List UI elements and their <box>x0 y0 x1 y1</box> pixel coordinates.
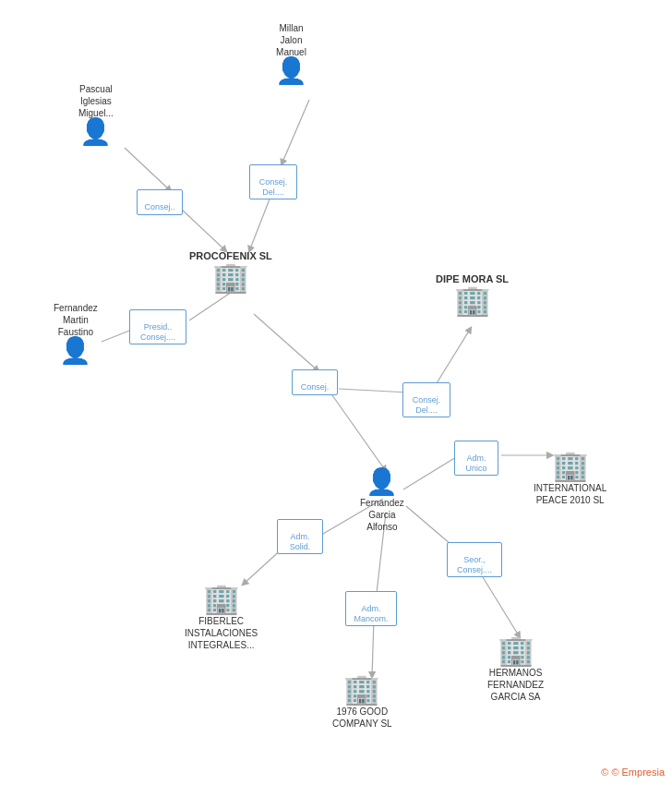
svg-line-3 <box>181 209 226 251</box>
node-dipe-mora: DIPE MORA SL 🏢 <box>436 271 509 315</box>
node-international-peace: 🏢 INTERNATIONAL PEACE 2010 SL <box>534 451 606 506</box>
label-fernandez-martin: Fernandez Martin Faustino <box>54 302 98 338</box>
watermark-text: © Empresia <box>611 767 665 778</box>
icon-procofenix: 🏢 <box>212 262 249 292</box>
svg-line-9 <box>437 328 471 383</box>
icon-fiberlec: 🏢 <box>203 584 240 613</box>
label-millan: Millan Jalon Manuel <box>276 22 306 58</box>
icon-fernandez-garcia: 👤 <box>366 469 398 495</box>
node-procofenix: PROCOFENIX SL 🏢 <box>189 248 272 292</box>
label-fiberlec: FIBERLEC INSTALACIONES INTEGRALES... <box>185 615 258 651</box>
box-adm-unico: Adm. Unico <box>454 441 498 476</box>
icon-dipe-mora: 🏢 <box>454 285 491 315</box>
icon-pascual: 👤 <box>79 119 112 145</box>
box-consej-center: Consej. <box>292 369 338 395</box>
label-pascual: Pascual Iglesias Miguel... <box>78 83 114 119</box>
label-fernandez-garcia: Fernandez Garcia Alfonso <box>360 497 404 533</box>
label-international-peace: INTERNATIONAL PEACE 2010 SL <box>534 482 606 506</box>
label-hermanos: HERMANOS FERNANDEZ GARCIA SA <box>487 667 544 703</box>
icon-international-peace: 🏢 <box>552 451 589 480</box>
node-millan: Millan Jalon Manuel 👤 <box>275 20 307 84</box>
svg-line-7 <box>328 389 386 471</box>
box-consej-del-millan: Consej. Del.... <box>249 164 297 199</box>
box-presid-consej: Presid.. Consej.... <box>129 309 186 344</box>
icon-good-company: 🏢 <box>343 674 380 704</box>
icon-millan: 👤 <box>275 58 307 84</box>
watermark-icon: © <box>601 767 608 778</box>
watermark: © © Empresia <box>601 767 665 778</box>
icon-fernandez-martin: 👤 <box>59 338 91 364</box>
svg-line-8 <box>339 389 409 392</box>
svg-line-6 <box>254 314 318 371</box>
node-fernandez-martin: Fernandez Martin Faustino 👤 <box>54 300 98 364</box>
svg-line-11 <box>403 454 461 489</box>
svg-line-1 <box>249 192 272 251</box>
label-good-company: 1976 GOOD COMPANY SL <box>332 706 392 730</box>
icon-hermanos: 🏢 <box>498 635 534 665</box>
box-adm-solid: Adm. Solid. <box>277 519 323 554</box>
svg-line-0 <box>282 100 309 164</box>
box-seor-consej: Seor., Consej.... <box>447 542 502 577</box>
svg-line-15 <box>480 573 520 637</box>
node-hermanos: 🏢 HERMANOS FERNANDEZ GARCIA SA <box>487 635 544 703</box>
box-consej-pascual: Consej.. <box>137 189 183 215</box>
diagram-canvas: Millan Jalon Manuel 👤 Pascual Iglesias M… <box>0 0 672 785</box>
node-fernandez-garcia: 👤 Fernandez Garcia Alfonso <box>360 469 404 533</box>
box-adm-mancom: Adm. Mancom. <box>345 591 397 626</box>
svg-line-2 <box>125 148 171 191</box>
node-fiberlec: 🏢 FIBERLEC INSTALACIONES INTEGRALES... <box>185 584 258 651</box>
node-good-company: 🏢 1976 GOOD COMPANY SL <box>332 674 392 730</box>
box-consej-del-dipe: Consej. Del.... <box>402 382 450 417</box>
svg-line-17 <box>372 619 374 677</box>
node-pascual: Pascual Iglesias Miguel... 👤 <box>78 81 114 145</box>
